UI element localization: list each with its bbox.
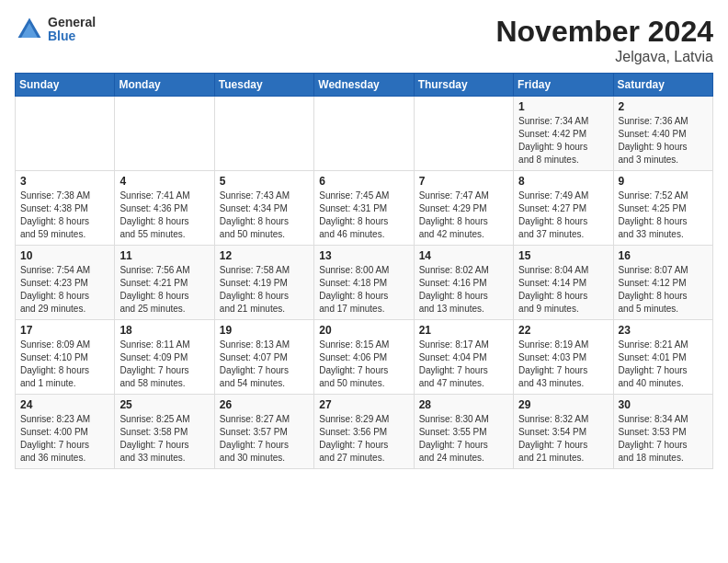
calendar-cell: 4Sunrise: 7:41 AM Sunset: 4:36 PM Daylig… xyxy=(115,171,214,246)
calendar-body: 1Sunrise: 7:34 AM Sunset: 4:42 PM Daylig… xyxy=(16,97,713,469)
calendar-cell: 18Sunrise: 8:11 AM Sunset: 4:09 PM Dayli… xyxy=(115,320,214,395)
calendar-cell: 9Sunrise: 7:52 AM Sunset: 4:25 PM Daylig… xyxy=(613,171,712,246)
header-cell-tuesday: Tuesday xyxy=(214,74,313,97)
title-block: November 2024 Jelgava, Latvia xyxy=(495,15,713,65)
calendar-cell: 26Sunrise: 8:27 AM Sunset: 3:57 PM Dayli… xyxy=(214,395,313,469)
day-number: 16 xyxy=(619,249,708,262)
day-number: 3 xyxy=(20,175,109,188)
day-detail: Sunrise: 8:04 AM Sunset: 4:14 PM Dayligh… xyxy=(518,264,608,316)
day-number: 25 xyxy=(119,398,209,411)
month-title: November 2024 xyxy=(495,15,713,49)
header-cell-friday: Friday xyxy=(514,74,613,97)
day-number: 7 xyxy=(419,175,508,188)
day-detail: Sunrise: 7:47 AM Sunset: 4:29 PM Dayligh… xyxy=(419,190,508,241)
calendar-cell: 23Sunrise: 8:21 AM Sunset: 4:01 PM Dayli… xyxy=(613,320,712,395)
calendar-cell: 19Sunrise: 8:13 AM Sunset: 4:07 PM Dayli… xyxy=(214,320,313,395)
day-detail: Sunrise: 8:15 AM Sunset: 4:06 PM Dayligh… xyxy=(319,339,408,390)
day-number: 22 xyxy=(518,324,608,337)
calendar-cell: 7Sunrise: 7:47 AM Sunset: 4:29 PM Daylig… xyxy=(414,171,513,246)
day-number: 5 xyxy=(220,175,309,188)
day-detail: Sunrise: 8:27 AM Sunset: 3:57 PM Dayligh… xyxy=(220,413,309,465)
day-detail: Sunrise: 7:38 AM Sunset: 4:38 PM Dayligh… xyxy=(20,190,109,241)
calendar-cell: 3Sunrise: 7:38 AM Sunset: 4:38 PM Daylig… xyxy=(16,171,115,246)
day-number: 26 xyxy=(220,398,309,411)
calendar-cell: 20Sunrise: 8:15 AM Sunset: 4:06 PM Dayli… xyxy=(314,320,414,395)
day-detail: Sunrise: 7:54 AM Sunset: 4:23 PM Dayligh… xyxy=(20,264,109,316)
day-detail: Sunrise: 7:36 AM Sunset: 4:40 PM Dayligh… xyxy=(619,115,708,167)
day-number: 12 xyxy=(220,249,309,262)
day-number: 17 xyxy=(20,324,109,337)
calendar-cell xyxy=(214,97,313,171)
calendar-cell: 27Sunrise: 8:29 AM Sunset: 3:56 PM Dayli… xyxy=(314,395,414,469)
day-number: 29 xyxy=(518,398,608,411)
day-number: 27 xyxy=(319,398,408,411)
header-cell-sunday: Sunday xyxy=(16,74,115,97)
calendar-cell: 29Sunrise: 8:32 AM Sunset: 3:54 PM Dayli… xyxy=(514,395,613,469)
calendar-cell: 16Sunrise: 8:07 AM Sunset: 4:12 PM Dayli… xyxy=(613,246,712,320)
day-number: 20 xyxy=(319,324,408,337)
calendar-cell xyxy=(16,97,115,171)
week-row-4: 24Sunrise: 8:23 AM Sunset: 4:00 PM Dayli… xyxy=(16,395,713,469)
day-number: 2 xyxy=(619,100,708,113)
day-detail: Sunrise: 8:19 AM Sunset: 4:03 PM Dayligh… xyxy=(518,339,608,390)
day-number: 24 xyxy=(20,398,109,411)
week-row-3: 17Sunrise: 8:09 AM Sunset: 4:10 PM Dayli… xyxy=(16,320,713,395)
calendar-cell xyxy=(414,97,513,171)
logo: General Blue xyxy=(15,15,96,44)
calendar-cell: 25Sunrise: 8:25 AM Sunset: 3:58 PM Dayli… xyxy=(115,395,214,469)
day-detail: Sunrise: 7:34 AM Sunset: 4:42 PM Dayligh… xyxy=(518,115,608,167)
calendar-header: SundayMondayTuesdayWednesdayThursdayFrid… xyxy=(16,74,713,97)
day-detail: Sunrise: 7:49 AM Sunset: 4:27 PM Dayligh… xyxy=(518,190,608,241)
day-detail: Sunrise: 8:21 AM Sunset: 4:01 PM Dayligh… xyxy=(619,339,708,390)
logo-text: General Blue xyxy=(48,16,96,44)
day-number: 6 xyxy=(319,175,408,188)
calendar-cell: 30Sunrise: 8:34 AM Sunset: 3:53 PM Dayli… xyxy=(613,395,712,469)
logo-blue: Blue xyxy=(48,29,96,43)
calendar-cell: 6Sunrise: 7:45 AM Sunset: 4:31 PM Daylig… xyxy=(314,171,414,246)
calendar-table: SundayMondayTuesdayWednesdayThursdayFrid… xyxy=(15,73,713,469)
day-number: 15 xyxy=(518,249,608,262)
day-number: 11 xyxy=(119,249,209,262)
calendar-cell: 5Sunrise: 7:43 AM Sunset: 4:34 PM Daylig… xyxy=(214,171,313,246)
day-number: 23 xyxy=(619,324,708,337)
location: Jelgava, Latvia xyxy=(495,49,713,65)
header-cell-thursday: Thursday xyxy=(414,74,513,97)
day-detail: Sunrise: 8:29 AM Sunset: 3:56 PM Dayligh… xyxy=(319,413,408,465)
page-header: General Blue November 2024 Jelgava, Latv… xyxy=(15,15,713,65)
header-cell-monday: Monday xyxy=(115,74,214,97)
calendar-cell: 17Sunrise: 8:09 AM Sunset: 4:10 PM Dayli… xyxy=(16,320,115,395)
day-detail: Sunrise: 8:11 AM Sunset: 4:09 PM Dayligh… xyxy=(119,339,209,390)
day-detail: Sunrise: 8:02 AM Sunset: 4:16 PM Dayligh… xyxy=(419,264,508,316)
header-cell-wednesday: Wednesday xyxy=(314,74,414,97)
day-detail: Sunrise: 8:09 AM Sunset: 4:10 PM Dayligh… xyxy=(20,339,109,390)
day-number: 30 xyxy=(619,398,708,411)
calendar-cell: 8Sunrise: 7:49 AM Sunset: 4:27 PM Daylig… xyxy=(514,171,613,246)
calendar-cell: 12Sunrise: 7:58 AM Sunset: 4:19 PM Dayli… xyxy=(214,246,313,320)
calendar-cell: 14Sunrise: 8:02 AM Sunset: 4:16 PM Dayli… xyxy=(414,246,513,320)
day-detail: Sunrise: 8:17 AM Sunset: 4:04 PM Dayligh… xyxy=(419,339,508,390)
calendar-cell: 24Sunrise: 8:23 AM Sunset: 4:00 PM Dayli… xyxy=(16,395,115,469)
day-number: 28 xyxy=(419,398,508,411)
day-detail: Sunrise: 8:32 AM Sunset: 3:54 PM Dayligh… xyxy=(518,413,608,465)
day-number: 14 xyxy=(419,249,508,262)
day-number: 8 xyxy=(518,175,608,188)
day-detail: Sunrise: 8:25 AM Sunset: 3:58 PM Dayligh… xyxy=(119,413,209,465)
day-detail: Sunrise: 8:34 AM Sunset: 3:53 PM Dayligh… xyxy=(619,413,708,465)
day-detail: Sunrise: 7:52 AM Sunset: 4:25 PM Dayligh… xyxy=(619,190,708,241)
calendar-cell: 22Sunrise: 8:19 AM Sunset: 4:03 PM Dayli… xyxy=(514,320,613,395)
header-row: SundayMondayTuesdayWednesdayThursdayFrid… xyxy=(16,74,713,97)
week-row-2: 10Sunrise: 7:54 AM Sunset: 4:23 PM Dayli… xyxy=(16,246,713,320)
day-number: 19 xyxy=(220,324,309,337)
day-number: 1 xyxy=(518,100,608,113)
day-number: 10 xyxy=(20,249,109,262)
week-row-0: 1Sunrise: 7:34 AM Sunset: 4:42 PM Daylig… xyxy=(16,97,713,171)
calendar-cell: 13Sunrise: 8:00 AM Sunset: 4:18 PM Dayli… xyxy=(314,246,414,320)
day-detail: Sunrise: 7:43 AM Sunset: 4:34 PM Dayligh… xyxy=(220,190,309,241)
week-row-1: 3Sunrise: 7:38 AM Sunset: 4:38 PM Daylig… xyxy=(16,171,713,246)
calendar-cell: 11Sunrise: 7:56 AM Sunset: 4:21 PM Dayli… xyxy=(115,246,214,320)
day-detail: Sunrise: 8:23 AM Sunset: 4:00 PM Dayligh… xyxy=(20,413,109,465)
calendar-cell: 28Sunrise: 8:30 AM Sunset: 3:55 PM Dayli… xyxy=(414,395,513,469)
day-number: 21 xyxy=(419,324,508,337)
calendar-cell: 2Sunrise: 7:36 AM Sunset: 4:40 PM Daylig… xyxy=(613,97,712,171)
day-number: 18 xyxy=(119,324,209,337)
